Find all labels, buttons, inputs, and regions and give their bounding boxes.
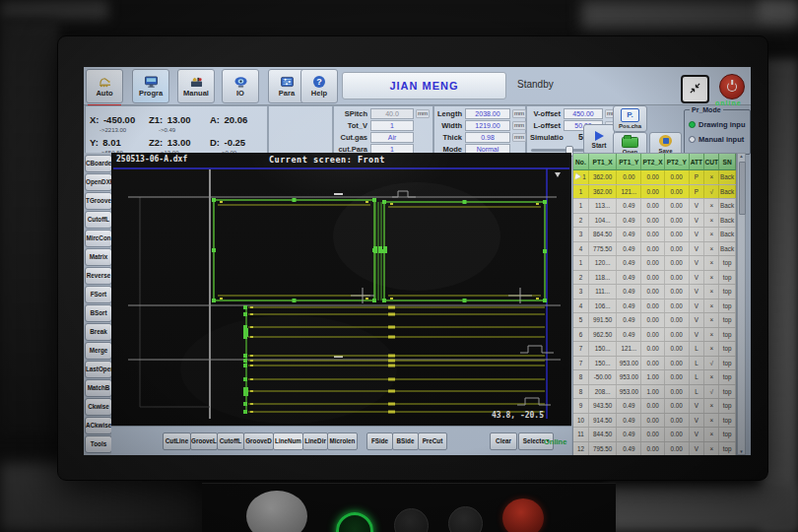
bottom-button-microlen[interactable]: Microlen [327, 432, 358, 450]
bottom-button-grooved[interactable]: GrooveD [243, 432, 274, 450]
table-row[interactable]: 7150...953.000.000.00L√top [573, 357, 736, 371]
cut_params-field[interactable]: 40.0 [370, 108, 414, 119]
sidebar-button-ckwise[interactable]: Ckwise [85, 398, 112, 416]
table-cell: 8 [573, 370, 589, 384]
table-row[interactable]: 3111...0.490.000.00V×top [573, 285, 736, 299]
sidebar-button-mirccon[interactable]: MircCon [85, 230, 112, 247]
bottom-button-linenum[interactable]: LineNum [273, 432, 303, 450]
table-cell: top [719, 256, 736, 270]
cell-value: 150... [595, 345, 611, 352]
scroll-down-icon[interactable]: ▼ [738, 449, 745, 454]
pr-mode-option-label: Manual input [698, 135, 744, 144]
table-row[interactable]: 8208...953.001.000.00L√top [573, 385, 736, 400]
sidebar-button-matrix[interactable]: Matrix [85, 248, 112, 266]
table-row[interactable]: 9943.500.490.000.00V×top [573, 399, 736, 414]
table-cell: 1.00 [641, 385, 665, 399]
cell-value: P [695, 173, 698, 180]
bottom-button-fside[interactable]: FSide [366, 432, 393, 450]
sheet_params-field[interactable]: 1219.00 [465, 120, 510, 131]
sidebar-button-lastoper[interactable]: LastOper [85, 361, 112, 378]
sidebar-button-bsort[interactable]: BSort [85, 304, 112, 322]
table-row[interactable]: 6962.500.490.000.00V×top [573, 328, 736, 343]
bottom-button-precut[interactable]: PreCut [418, 432, 447, 450]
toolbar-button-auto[interactable]: Auto [86, 69, 123, 103]
sheet_params-field[interactable]: 0.98 [465, 132, 510, 143]
table-row[interactable]: 11844.500.490.000.00V×top [573, 428, 736, 442]
column-header-cut[interactable]: CUT [704, 154, 719, 170]
start-button[interactable]: Start [583, 124, 615, 155]
toolbar-button-label: Para [279, 89, 295, 98]
table-row[interactable]: 2118...0.490.000.00V×top [573, 271, 736, 286]
sidebar-button-tgroove[interactable]: TGroove [85, 192, 112, 210]
column-header-pt1_x[interactable]: PT1_X [589, 154, 618, 170]
cell-value: √ [710, 388, 713, 395]
table-row[interactable]: 2104...0.490.000.00V×Back [573, 214, 736, 229]
table-cell: 150... [589, 357, 618, 370]
table-row[interactable]: 5991.500.490.000.00V×top [573, 313, 736, 328]
column-header-att[interactable]: ATT [690, 154, 705, 170]
sidebar-button-opendxf[interactable]: OpenDXF [85, 173, 112, 191]
column-header-pt1_y[interactable]: PT1_Y [617, 154, 641, 170]
table-row[interactable]: 1120...0.490.000.00V×top [573, 256, 736, 271]
cell-value: V [695, 202, 698, 209]
sidebar-button-reverse[interactable]: Reverse [85, 267, 112, 285]
pr-mode-option-0[interactable]: Drawing inpu [689, 119, 746, 129]
column-header-sn[interactable]: SN [719, 154, 736, 170]
cell-value: 0.00 [671, 245, 683, 252]
sheet_params-field[interactable]: 2038.00 [465, 108, 510, 119]
sidebar-button-break[interactable]: Break [85, 323, 112, 341]
table-row[interactable]: 4775.500.490.000.00V×Back [573, 242, 736, 257]
sidebar-button-tools[interactable]: Tools [85, 435, 112, 453]
axis-value-line: Z1: 13.00 [149, 109, 190, 127]
dxf-canvas[interactable]: 250513-06-A.dxf Current screen: Front 43… [111, 153, 571, 426]
para-icon [280, 75, 295, 88]
cell-value: 1 [579, 259, 583, 266]
toolbar-button-io[interactable]: IO [222, 69, 259, 103]
sidebar-button-cutoffl[interactable]: CutoffL [85, 211, 112, 229]
bottom-button-linedir[interactable]: LineDir [302, 432, 328, 450]
column-header-pt2_x[interactable]: PT2_X [641, 154, 665, 170]
radio-icon [689, 121, 696, 128]
bottom-button-cutoffl[interactable]: CutoffL [217, 432, 244, 450]
clear-button[interactable]: Clear [490, 432, 517, 450]
background-patch [0, 20, 59, 433]
table-row[interactable]: 4106...0.490.000.00V×top [573, 299, 736, 314]
sidebar-button-matchb[interactable]: MatchB [85, 379, 112, 397]
cut_params-field[interactable]: Air [370, 132, 414, 143]
cut_params-field[interactable]: 1 [370, 120, 414, 131]
table-cell: × [704, 285, 719, 299]
bottom-button-groovel[interactable]: GrooveL [190, 432, 218, 450]
table-row[interactable]: 1362.000.000.000.00P×Back [573, 170, 736, 185]
table-cell: × [704, 170, 719, 184]
fullscreen-button[interactable] [681, 75, 709, 103]
pr-mode-option-1[interactable]: Manual input [689, 134, 744, 144]
table-row[interactable]: 3864.500.490.000.00V×Back [573, 228, 736, 242]
table-cell: 0.00 [665, 342, 690, 356]
table-cell: 3 [573, 228, 589, 241]
sidebar-button-fsort[interactable]: FSort [85, 286, 112, 303]
bottom-button-bside[interactable]: BSide [392, 432, 419, 450]
table-row[interactable]: 1113...0.490.000.00V×Back [573, 199, 736, 214]
power-button[interactable] [719, 74, 745, 100]
scrollbar-thumb[interactable] [739, 162, 746, 215]
v-offset-field[interactable]: 450.00 [564, 108, 603, 119]
table-row[interactable]: 12795.500.490.000.00V×top [573, 442, 736, 456]
sidebar-button-merge[interactable]: Merge [85, 342, 112, 360]
table-row[interactable]: 10914.500.490.000.00V×top [573, 414, 736, 429]
dxf-drawing[interactable] [111, 153, 571, 426]
sidebar-button-cboarder[interactable]: CBoarder [85, 155, 112, 172]
column-header-no[interactable]: No. [573, 154, 589, 170]
table-row[interactable]: 8-50.00953.001.000.00L×top [573, 370, 736, 385]
toolbar-button-manual[interactable]: Manual [177, 69, 215, 103]
table-scrollbar[interactable]: ▲ ▼ [737, 153, 746, 455]
column-header-pt2_y[interactable]: PT2_Y [665, 154, 690, 170]
sidebar-button-ackwise[interactable]: ACkwise [85, 417, 112, 434]
bottom-button-cutline[interactable]: CutLine [163, 432, 191, 450]
play-icon [595, 131, 604, 141]
position-change-button[interactable]: P. Pos.cha [613, 105, 647, 132]
toolbar-button-help[interactable]: ?Help [300, 69, 338, 103]
table-row[interactable]: 7150...121...0.000.00L×top [573, 342, 736, 357]
scroll-up-icon[interactable]: ▲ [738, 154, 745, 159]
toolbar-button-progra[interactable]: Progra [132, 69, 169, 103]
table-row[interactable]: 1362.00121...0.000.00P√Back [573, 185, 736, 200]
